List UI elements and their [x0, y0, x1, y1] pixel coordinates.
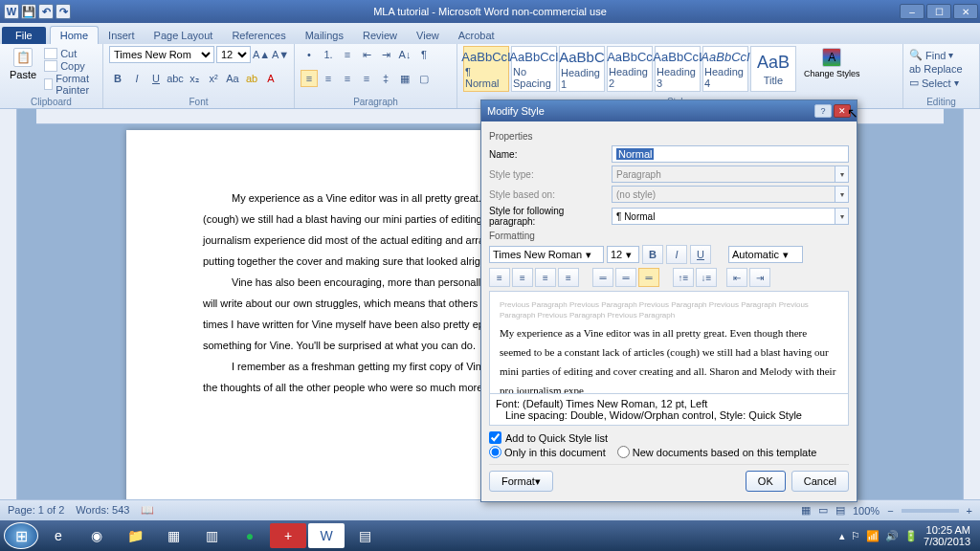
name-input[interactable]: Normal: [612, 145, 849, 163]
view-reading-icon[interactable]: ▭: [818, 504, 828, 517]
change-styles-button[interactable]: A Change Styles: [800, 46, 864, 80]
taskbar-explorer-icon[interactable]: 📁: [117, 523, 153, 548]
shrink-font-button[interactable]: A▼: [272, 46, 289, 63]
bullets-button[interactable]: •: [301, 46, 318, 63]
dlg-justify-button[interactable]: ≡: [558, 268, 579, 287]
dialog-close-button[interactable]: ✕: [834, 104, 851, 118]
numbering-button[interactable]: 1.: [320, 46, 337, 63]
maximize-button[interactable]: ☐: [926, 4, 951, 19]
tray-up-icon[interactable]: ▴: [839, 530, 845, 542]
style-title[interactable]: AaBTitle: [750, 46, 796, 92]
taskbar-spotify-icon[interactable]: ●: [232, 523, 268, 548]
taskbar-word-icon[interactable]: W: [308, 523, 345, 548]
dlg-color-select[interactable]: Automatic ▾: [728, 246, 803, 263]
dialog-help-button[interactable]: ?: [814, 104, 832, 118]
status-proof-icon[interactable]: 📖: [141, 504, 154, 517]
style-normal[interactable]: AaBbCcI¶ Normal: [463, 46, 509, 92]
style-heading3[interactable]: AaBbCcIHeading 3: [655, 46, 701, 92]
tab-home[interactable]: Home: [50, 26, 99, 44]
justify-button[interactable]: ≡: [358, 70, 375, 87]
cancel-button[interactable]: Cancel: [791, 471, 849, 492]
tray-battery-icon[interactable]: 🔋: [904, 530, 918, 542]
tab-mailings[interactable]: Mailings: [296, 27, 353, 44]
dlg-underline-button[interactable]: U: [690, 245, 711, 264]
style-heading1[interactable]: AaBbCHeading 1: [559, 46, 605, 92]
vertical-scrollbar[interactable]: [963, 109, 980, 530]
style-no-spacing[interactable]: AaBbCcINo Spacing: [511, 46, 557, 92]
subscript-button[interactable]: x₂: [186, 70, 203, 87]
ok-button[interactable]: OK: [746, 471, 786, 492]
view-print-layout-icon[interactable]: ▦: [801, 504, 811, 517]
tab-acrobat[interactable]: Acrobat: [449, 27, 504, 44]
only-document-radio[interactable]: Only in this document: [489, 446, 606, 458]
add-quick-style-checkbox[interactable]: [489, 431, 501, 444]
style-heading2[interactable]: AaBbCcHeading 2: [607, 46, 653, 92]
dlg-space-before-inc-button[interactable]: ↑≡: [673, 268, 694, 287]
zoom-out-button[interactable]: −: [887, 505, 893, 517]
qat-undo-icon[interactable]: ↶: [38, 4, 54, 19]
taskbar-app3-icon[interactable]: +: [270, 523, 306, 548]
superscript-button[interactable]: x²: [205, 70, 222, 87]
select-button[interactable]: ▭Select ▾: [909, 77, 973, 89]
align-right-button[interactable]: ≡: [339, 70, 356, 87]
zoom-slider[interactable]: [902, 509, 959, 513]
dlg-font-select[interactable]: Times New Roman ▾: [489, 246, 604, 263]
dlg-single-spacing-button[interactable]: ═: [592, 268, 613, 287]
dlg-15-spacing-button[interactable]: ═: [615, 268, 636, 287]
tab-view[interactable]: View: [407, 27, 449, 44]
format-button[interactable]: Format ▾: [489, 471, 553, 492]
dlg-align-right-button[interactable]: ≡: [535, 268, 556, 287]
paste-button[interactable]: 📋 Paste: [6, 46, 40, 82]
taskbar-app1-icon[interactable]: ▦: [155, 523, 191, 548]
view-web-icon[interactable]: ▤: [835, 504, 845, 517]
style-heading4[interactable]: AaBbCcIHeading 4: [702, 46, 748, 92]
tab-page-layout[interactable]: Page Layout: [145, 27, 223, 44]
taskbar-app4-icon[interactable]: ▤: [346, 523, 383, 548]
minimize-button[interactable]: –: [900, 4, 924, 19]
status-page[interactable]: Page: 1 of 2: [8, 504, 64, 517]
format-painter-button[interactable]: Format Painter: [44, 73, 97, 96]
tab-insert[interactable]: Insert: [99, 27, 145, 44]
text-effects-button[interactable]: Aa: [224, 70, 241, 87]
borders-button[interactable]: ▢: [415, 70, 433, 87]
dialog-titlebar[interactable]: Modify Style ? ✕: [481, 100, 857, 121]
taskbar-ie-icon[interactable]: e: [40, 523, 77, 548]
following-select[interactable]: ¶ Normal: [612, 208, 835, 225]
grow-font-button[interactable]: A▲: [253, 46, 270, 63]
dlg-align-left-button[interactable]: ≡: [489, 268, 510, 287]
tray-network-icon[interactable]: 📶: [866, 530, 880, 542]
qat-save-icon[interactable]: 💾: [21, 4, 36, 19]
vertical-ruler[interactable]: [0, 109, 17, 530]
font-name-select[interactable]: Times New Rom: [109, 46, 214, 63]
bold-button[interactable]: B: [109, 70, 126, 87]
dlg-space-before-dec-button[interactable]: ↓≡: [696, 268, 717, 287]
tray-flag-icon[interactable]: ⚐: [851, 530, 860, 542]
qat-redo-icon[interactable]: ↷: [56, 4, 71, 19]
dlg-indent-dec-button[interactable]: ⇤: [726, 268, 747, 287]
shading-button[interactable]: ▦: [396, 70, 413, 87]
increase-indent-button[interactable]: ⇥: [377, 46, 394, 63]
taskbar-app2-icon[interactable]: ▥: [193, 523, 230, 548]
show-marks-button[interactable]: ¶: [415, 46, 433, 63]
decrease-indent-button[interactable]: ⇤: [358, 46, 375, 63]
line-spacing-button[interactable]: ‡: [377, 70, 394, 87]
dlg-italic-button[interactable]: I: [666, 245, 687, 264]
font-size-select[interactable]: 12: [216, 46, 251, 63]
replace-button[interactable]: abReplace: [909, 63, 973, 75]
dlg-double-spacing-button[interactable]: ═: [638, 268, 659, 287]
following-dropdown-icon[interactable]: ▾: [835, 208, 849, 225]
align-left-button[interactable]: ≡: [301, 70, 318, 87]
cut-button[interactable]: Cut: [44, 48, 97, 59]
tab-references[interactable]: References: [222, 27, 295, 44]
dlg-align-center-button[interactable]: ≡: [512, 268, 533, 287]
underline-button[interactable]: U: [147, 70, 165, 87]
status-words[interactable]: Words: 543: [76, 504, 129, 517]
add-quick-style-label[interactable]: Add to Quick Style list: [505, 432, 608, 444]
start-button[interactable]: ⊞: [4, 522, 38, 549]
taskbar-chrome-icon[interactable]: ◉: [78, 523, 115, 548]
italic-button[interactable]: I: [128, 70, 145, 87]
new-documents-radio[interactable]: New documents based on this template: [617, 446, 817, 458]
strikethrough-button[interactable]: abc: [167, 70, 184, 87]
find-button[interactable]: 🔍Find ▾: [909, 49, 973, 61]
copy-button[interactable]: Copy: [44, 60, 97, 72]
